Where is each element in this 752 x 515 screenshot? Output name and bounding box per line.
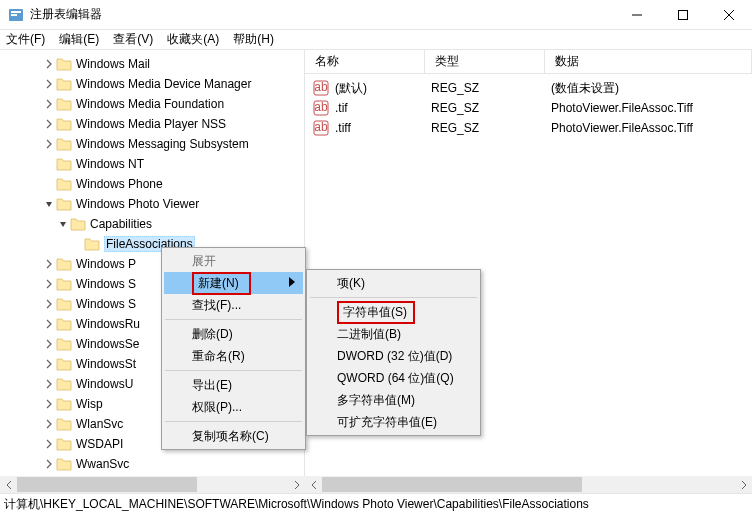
menu-file[interactable]: 文件(F) [6,31,45,48]
tree-node[interactable]: Windows Photo Viewer [0,194,304,214]
ctx-export[interactable]: 导出(E) [164,374,303,396]
expand-chevron-icon[interactable] [42,117,56,131]
ctx-new-key[interactable]: 项(K) [309,272,478,294]
value-name: (默认) [335,80,431,97]
expand-chevron-icon[interactable] [42,457,56,471]
expand-chevron-icon[interactable] [42,437,56,451]
collapse-chevron-icon[interactable] [56,217,70,231]
ctx-new-binary[interactable]: 二进制值(B) [309,323,478,345]
svg-text:ab: ab [314,80,328,94]
folder-icon [56,437,72,451]
folder-icon [56,197,72,211]
folder-icon [56,357,72,371]
value-name: .tiff [335,121,431,135]
tree-node-label: Windows Media Device Manager [76,77,251,91]
folder-icon [56,317,72,331]
folder-icon [56,77,72,91]
tree-node[interactable]: Capabilities [0,214,304,234]
expand-chevron-icon[interactable] [42,137,56,151]
regedit-icon [8,7,24,23]
col-name[interactable]: 名称 [305,50,425,73]
tree-node-label: Windows Messaging Subsystem [76,137,249,151]
scroll-left-icon[interactable] [305,476,322,493]
tree-hscroll[interactable] [0,476,305,493]
scroll-thumb[interactable] [322,477,582,492]
expand-chevron-icon[interactable] [42,297,56,311]
tree-node[interactable]: Windows Phone [0,174,304,194]
ctx-permissions[interactable]: 权限(P)... [164,396,303,418]
value-name: .tif [335,101,431,115]
value-row[interactable]: ab.tifREG_SZPhotoViewer.FileAssoc.Tiff [305,98,752,118]
tree-node-label: Windows Media Player NSS [76,117,226,131]
minimize-button[interactable] [614,0,660,29]
ctx-new-qword[interactable]: QWORD (64 位)值(Q) [309,367,478,389]
ctx-new-label: 新建(N) [192,272,251,295]
col-data[interactable]: 数据 [545,50,752,73]
tree-node[interactable]: WwanSvc [0,454,304,474]
folder-icon [56,457,72,471]
statusbar: 计算机\HKEY_LOCAL_MACHINE\SOFTWARE\Microsof… [0,493,752,515]
ctx-new-expandstring[interactable]: 可扩充字符串值(E) [309,411,478,433]
expand-chevron-icon[interactable] [42,57,56,71]
ctx-new-string[interactable]: 字符串值(S) [309,301,478,323]
expand-chevron-icon[interactable] [42,377,56,391]
ctx-find[interactable]: 查找(F)... [164,294,303,316]
value-row[interactable]: ab(默认)REG_SZ(数值未设置) [305,78,752,98]
expand-chevron-icon[interactable] [42,97,56,111]
maximize-button[interactable] [660,0,706,29]
value-row[interactable]: ab.tiffREG_SZPhotoViewer.FileAssoc.Tiff [305,118,752,138]
close-button[interactable] [706,0,752,29]
folder-icon [56,277,72,291]
expand-chevron-icon[interactable] [42,397,56,411]
tree-node-label: Capabilities [90,217,152,231]
tree-node-label: WSDAPI [76,437,123,451]
ctx-new[interactable]: 新建(N) [164,272,303,294]
expand-chevron-icon[interactable] [42,337,56,351]
scroll-left-icon[interactable] [0,476,17,493]
menu-view[interactable]: 查看(V) [113,31,153,48]
tree-node[interactable]: Windows Media Device Manager [0,74,304,94]
tree-node[interactable]: Windows Mail [0,54,304,74]
tree-node[interactable]: Windows Media Player NSS [0,114,304,134]
string-value-icon: ab [313,80,329,96]
col-type[interactable]: 类型 [425,50,545,73]
value-data: (数值未设置) [551,80,752,97]
tree-node[interactable]: Windows NT [0,154,304,174]
expand-chevron-icon[interactable] [42,317,56,331]
svg-text:ab: ab [314,120,328,134]
list-hscroll[interactable] [305,476,752,493]
svg-rect-4 [679,10,688,19]
expand-chevron-icon[interactable] [42,277,56,291]
scroll-right-icon[interactable] [288,476,305,493]
expand-chevron-icon[interactable] [42,257,56,271]
folder-icon [56,417,72,431]
ctx-rename[interactable]: 重命名(R) [164,345,303,367]
collapse-chevron-icon[interactable] [42,197,56,211]
scroll-thumb[interactable] [17,477,197,492]
tree-node-label: Wisp [76,397,103,411]
ctx-new-dword[interactable]: DWORD (32 位)值(D) [309,345,478,367]
value-type: REG_SZ [431,101,551,115]
svg-text:ab: ab [314,100,328,114]
folder-icon [56,257,72,271]
expand-chevron-icon[interactable] [42,417,56,431]
ctx-new-multistring[interactable]: 多字符串值(M) [309,389,478,411]
tree-node-label: WlanSvc [76,417,123,431]
folder-icon [56,157,72,171]
menu-edit[interactable]: 编辑(E) [59,31,99,48]
tree-node[interactable]: Windows Messaging Subsystem [0,134,304,154]
window-title: 注册表编辑器 [30,6,614,23]
tree-node-label: Windows S [76,277,136,291]
ctx-delete[interactable]: 删除(D) [164,323,303,345]
menu-help[interactable]: 帮助(H) [233,31,274,48]
tree-node-label: Windows P [76,257,136,271]
folder-icon [56,97,72,111]
folder-icon [84,237,100,251]
ctx-copykeyname[interactable]: 复制项名称(C) [164,425,303,447]
menu-favorites[interactable]: 收藏夹(A) [167,31,219,48]
tree-node[interactable]: Windows Media Foundation [0,94,304,114]
list-header: 名称 类型 数据 [305,50,752,74]
scroll-right-icon[interactable] [735,476,752,493]
expand-chevron-icon[interactable] [42,77,56,91]
expand-chevron-icon[interactable] [42,357,56,371]
